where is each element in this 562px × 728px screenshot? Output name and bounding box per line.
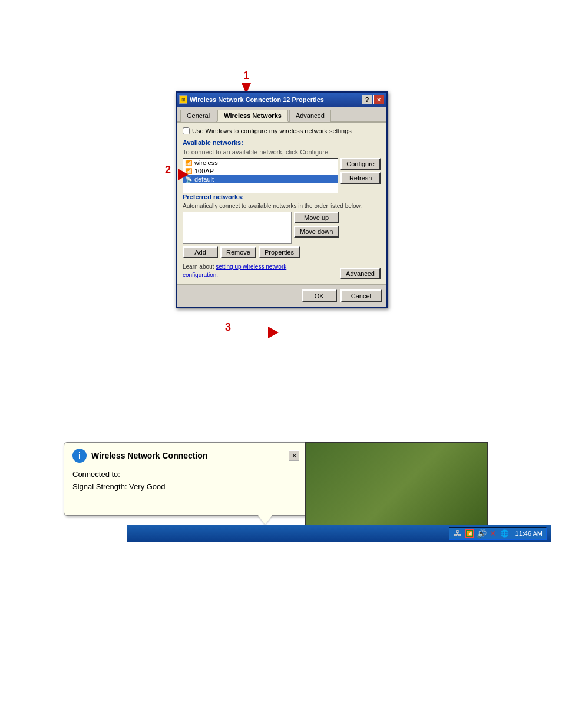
tooltip-line1: Connected to: xyxy=(72,469,299,481)
preferred-networks-row: Move up Move down xyxy=(183,212,381,244)
learn-about-text: Learn about xyxy=(183,263,214,270)
properties-dialog: ⊞ Wireless Network Connection 12 Propert… xyxy=(176,91,388,308)
properties-button[interactable]: Properties xyxy=(259,246,300,258)
title-bar-buttons: ? ✕ xyxy=(362,95,384,104)
tooltip-title-left: i Wireless Network Connection xyxy=(72,449,207,463)
preferred-networks-label: Preferred networks: xyxy=(183,193,381,200)
preferred-networks-desc: Automatically connect to available netwo… xyxy=(183,203,381,209)
tab-bar: General Wireless Networks Advanced xyxy=(177,107,386,123)
refresh-button[interactable]: Refresh xyxy=(340,172,381,184)
move-down-button[interactable]: Move down xyxy=(294,226,339,238)
system-tray: 🖧 📶 🔊 ✕ 🌐 11:46 AM xyxy=(449,527,547,540)
preferred-networks-buttons: Move up Move down xyxy=(294,212,339,238)
wireless-icon: 📶 xyxy=(185,160,192,166)
learn-text: Learn about setting up wireless network … xyxy=(183,263,300,279)
tooltip-title: Wireless Network Connection xyxy=(91,451,207,460)
network-name-wireless: wireless xyxy=(194,159,218,166)
preferred-actions: Add Remove Properties xyxy=(183,246,381,258)
step2-arrow-icon xyxy=(178,169,189,180)
dialog-footer: OK Cancel xyxy=(177,284,386,307)
available-networks-listbox[interactable]: 📶 wireless 📶 100AP 📡 default xyxy=(183,158,338,193)
tab-general[interactable]: General xyxy=(180,110,216,122)
preferred-networks-listbox[interactable] xyxy=(183,212,292,244)
taskbar: 🖧 📶 🔊 ✕ 🌐 11:46 AM xyxy=(127,525,551,542)
use-windows-checkbox[interactable] xyxy=(183,127,190,134)
title-bar-left: ⊞ Wireless Network Connection 12 Propert… xyxy=(179,95,324,104)
close-button[interactable]: ✕ xyxy=(373,95,384,104)
window-icon: ⊞ xyxy=(179,95,187,104)
ok-button[interactable]: OK xyxy=(302,289,337,302)
network-name-100ap: 100AP xyxy=(194,167,214,174)
available-networks-desc: To connect to an available network, clic… xyxy=(183,149,381,156)
learn-section: Learn about setting up wireless network … xyxy=(183,263,381,279)
use-windows-checkbox-row: Use Windows to configure my wireless net… xyxy=(183,127,381,134)
advanced-button[interactable]: Advanced xyxy=(340,268,381,279)
available-networks-row: 📶 wireless 📶 100AP 📡 default Configure R… xyxy=(183,158,381,193)
tooltip-container: i Wireless Network Connection ✕ Connecte… xyxy=(64,442,488,542)
clock: 11:46 AM xyxy=(515,530,543,537)
dialog-content: Use Windows to configure my wireless net… xyxy=(177,123,386,284)
security-tray-icon[interactable]: ✕ xyxy=(488,529,498,538)
step1-annotation: 1 xyxy=(242,70,251,94)
tooltip-title-bar: i Wireless Network Connection ✕ xyxy=(72,449,299,463)
step3-arrow-icon xyxy=(268,327,279,338)
step2-label: 2 xyxy=(165,164,171,176)
network-item-wireless[interactable]: 📶 wireless xyxy=(183,159,338,167)
preferred-networks-section: Preferred networks: Automatically connec… xyxy=(183,193,381,258)
tooltip-line2: Signal Strength: Very Good xyxy=(72,481,299,493)
configure-button[interactable]: Configure xyxy=(340,158,381,170)
add-button[interactable]: Add xyxy=(183,246,218,258)
tooltip-content: Connected to: Signal Strength: Very Good xyxy=(72,469,299,493)
cancel-button[interactable]: Cancel xyxy=(340,289,382,302)
network-name-default: default xyxy=(194,176,214,183)
tooltip-close-button[interactable]: ✕ xyxy=(289,450,299,461)
network-tray-icon-2[interactable]: 🌐 xyxy=(500,529,510,538)
step1-label: 1 xyxy=(243,70,249,82)
network-tray-icon-1[interactable]: 🖧 xyxy=(453,529,462,538)
svg-text:📶: 📶 xyxy=(466,531,472,537)
available-networks-label: Available networks: xyxy=(183,139,381,146)
wifi-tray-icon[interactable]: 📶 xyxy=(465,529,474,538)
title-bar: ⊞ Wireless Network Connection 12 Propert… xyxy=(177,93,386,107)
info-icon: i xyxy=(72,449,87,463)
help-button[interactable]: ? xyxy=(362,95,372,104)
step3-label: 3 xyxy=(225,321,231,334)
checkbox-label: Use Windows to configure my wireless net… xyxy=(192,127,352,134)
network-item-default[interactable]: 📡 default xyxy=(183,175,338,183)
move-up-button[interactable]: Move up xyxy=(294,212,339,223)
wireless-tooltip: i Wireless Network Connection ✕ Connecte… xyxy=(64,442,308,516)
sound-tray-icon[interactable]: 🔊 xyxy=(477,529,486,538)
tab-wireless-networks[interactable]: Wireless Networks xyxy=(217,110,288,122)
tab-advanced[interactable]: Advanced xyxy=(289,110,331,122)
available-networks-buttons: Configure Refresh xyxy=(340,158,381,184)
remove-button[interactable]: Remove xyxy=(220,246,256,258)
network-item-100ap[interactable]: 📶 100AP xyxy=(183,167,338,175)
dialog-title: Wireless Network Connection 12 Propertie… xyxy=(190,96,324,103)
